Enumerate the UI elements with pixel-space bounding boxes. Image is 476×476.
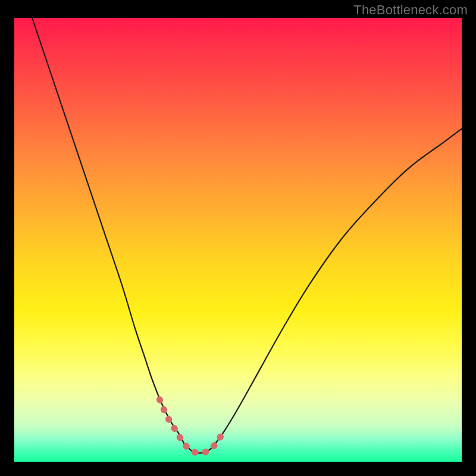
bottleneck-curve: [32, 18, 462, 453]
curve-layer: [14, 18, 462, 462]
attribution-label: TheBottleneck.com: [353, 2, 468, 18]
highlight-segment: [159, 400, 226, 453]
chart-container: TheBottleneck.com: [0, 0, 476, 476]
plot-area: [14, 18, 462, 462]
